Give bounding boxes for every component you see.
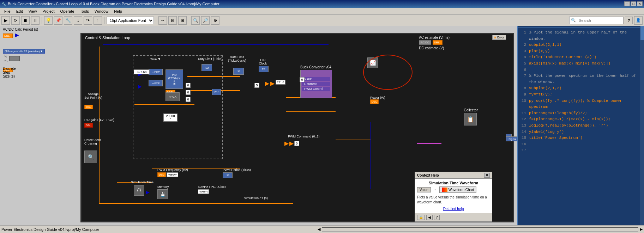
context-help-close[interactable]: ✕ <box>484 173 490 178</box>
error-box: ⊞ Error <box>492 35 506 40</box>
runge-kutta-label: Runge-Kutta 23 (variable) <box>7 50 40 53</box>
ctx-prev-button[interactable]: ◀ <box>426 215 433 220</box>
pid-block: PID (FPGA).vi 2 ⊞ <box>165 69 183 89</box>
code-line: 9fy=fft(y); <box>520 92 641 98</box>
toolbar-zoom-in[interactable]: 🔍 <box>191 16 200 25</box>
fpga-clock-val: 40e6*t <box>198 189 209 194</box>
runge-kutta-dropdown[interactable]: ▼ <box>40 50 43 53</box>
toolbar-distribute[interactable]: ⊟ <box>168 16 177 25</box>
buck-in-zero[interactable]: 0 <box>300 77 305 82</box>
context-help-panel: Context Help ✕ Simulation Time Waveform … <box>415 172 492 222</box>
ts-symbol: ½Δts <box>4 54 8 62</box>
line-number: 17 <box>520 147 526 154</box>
toolbar-highlight[interactable]: 💡 <box>44 16 53 25</box>
true-label: True <box>150 57 157 61</box>
minimize-button[interactable]: − <box>624 1 630 6</box>
menu-tools[interactable]: Tools <box>77 8 92 14</box>
line-text: % Plot the signal in the upper half of t… <box>529 30 641 42</box>
statusbar-scrollbar[interactable] <box>322 227 639 232</box>
val-20000-box[interactable]: 20000 0 <box>163 114 177 122</box>
menu-file[interactable]: File <box>1 8 13 14</box>
menu-operate[interactable]: Operate <box>58 8 77 14</box>
zero-val-3[interactable]: 0 <box>186 97 191 102</box>
search-input[interactable] <box>577 18 623 23</box>
pwm-arrow-blocks: ▶ ▶ 0 <box>284 140 299 147</box>
code-line: 8subplot(2,1,2) <box>520 85 641 92</box>
close-button[interactable]: ✕ <box>637 1 643 6</box>
help-button[interactable]: ? <box>625 17 633 24</box>
control-loop-label: Control & Simulation Loop <box>85 36 130 40</box>
line-number: 7 <box>520 73 526 85</box>
pwm-arrow-1: ▶ <box>284 140 289 147</box>
toolbar-abort[interactable]: ⏹ <box>21 16 30 25</box>
toolbar-pause[interactable]: ⏸ <box>31 16 40 25</box>
detect-zero-block: 🔍 <box>84 151 97 163</box>
diagram-canvas[interactable]: AC/DC Calc Period (s) DBL ▶ ⊡ Runge-Kutt… <box>0 26 517 225</box>
ctx-help-button[interactable]: ? <box>434 215 440 220</box>
toolbar-step-over[interactable]: ↷ <box>84 16 92 25</box>
toolbar-zoom-out[interactable]: 🔎 <box>201 16 210 25</box>
statusbar-arrow: ◀ <box>318 227 320 232</box>
toolbar-cleanup[interactable]: 🔧 <box>64 16 72 25</box>
pwm-freq-blocks: DBL 40e6/P <box>157 172 178 177</box>
menu-window[interactable]: Window <box>92 8 111 14</box>
scroll-thumb[interactable] <box>640 26 644 40</box>
line-number: 12 <box>520 116 526 123</box>
v-out-label: V out <box>302 77 330 81</box>
filter-block-2: F1/ <box>212 89 221 95</box>
line-number: 15 <box>520 135 526 141</box>
titlebar-controls[interactable]: − □ ✕ <box>624 1 643 6</box>
context-help-title-bar: Context Help ✕ <box>415 172 492 179</box>
line-number: 10 <box>520 98 526 110</box>
toolbar-search2[interactable]: ⚙ <box>211 16 219 25</box>
code-line: 17 <box>520 147 641 154</box>
sim-time-block: ⏱ <box>134 185 144 196</box>
statusbar-scroll-right[interactable]: ▶ <box>640 227 643 232</box>
code-line: 6 <box>520 67 641 73</box>
pwm-freq-val: 40e6/P <box>167 172 178 177</box>
code-line: 11plotrange=1:length(fy)/2; <box>520 110 641 117</box>
menu-edit[interactable]: Edit <box>13 8 26 14</box>
duty-limit-block: I32 <box>201 64 212 71</box>
arrow-right-2: ▶ <box>138 84 142 89</box>
line-text: title('Inductor Current (A)') <box>529 54 596 61</box>
font-select[interactable]: 15pt Application Font <box>107 17 154 24</box>
detect-zero-label: Detect Zero Crossing <box>84 138 101 145</box>
code-line: 1% Plot the signal in the upper half of … <box>520 30 641 42</box>
ctx-lock-button[interactable]: 🔒 <box>417 215 425 220</box>
code-line: 16 <box>520 141 641 148</box>
detailed-help-link[interactable]: Detailed help <box>417 207 490 211</box>
code-panel: 1% Plot the signal in the upper half of … <box>517 26 644 225</box>
toolbar-step-into[interactable]: ⤵ <box>74 16 82 25</box>
toolbar-align-left[interactable]: ↔ <box>158 16 167 25</box>
toolbar-retain-values[interactable]: 📌 <box>54 16 62 25</box>
code-line: 15title('Power Spectrum') <box>520 135 641 141</box>
user-icon[interactable]: 👤 <box>634 16 643 25</box>
code-line: 13loglog(f,real(py(plotrange)), 'r') <box>520 123 641 129</box>
toolbar-run-continuously[interactable]: ⟳ <box>11 16 20 25</box>
fpga-block: FPGA <box>165 92 180 101</box>
buck-converter-block: V out L current PWM Control <box>300 70 332 98</box>
arrow-right-4: ▶ <box>270 80 275 87</box>
scroll-track <box>322 228 638 231</box>
code-line: 12f=(plotrange-1)./(max(x) - min(x)); <box>520 116 641 123</box>
toolbar-step-out[interactable]: ↑ <box>94 16 102 25</box>
discrete-step-label: Discrete Step Size (s) <box>3 67 16 78</box>
code-scrollbar[interactable] <box>640 26 644 225</box>
toolbar-run-button[interactable]: ▶ <box>1 16 10 25</box>
code-line: 14ylabel('Log y') <box>520 129 641 135</box>
menu-project[interactable]: Project <box>40 8 57 14</box>
toolbar-reorder[interactable]: ⊞ <box>178 16 187 25</box>
maximize-button[interactable]: □ <box>631 1 636 6</box>
memory-block: 💾 <box>157 189 168 199</box>
val-5-box[interactable]: 5 <box>254 83 259 88</box>
power-label: Power (W) <box>370 96 385 99</box>
menu-help[interactable]: Help <box>111 8 125 14</box>
menu-view[interactable]: View <box>26 8 40 14</box>
line-text: plotrange=1:length(fy)/2; <box>529 110 587 117</box>
val-327-box[interactable]: 327.68 <box>134 69 150 74</box>
zero-val-2[interactable]: 0 <box>186 90 191 95</box>
separator-4 <box>189 17 189 24</box>
voltage-dbl: DBL <box>84 105 93 109</box>
zero-val-1[interactable]: 0 <box>186 83 191 88</box>
